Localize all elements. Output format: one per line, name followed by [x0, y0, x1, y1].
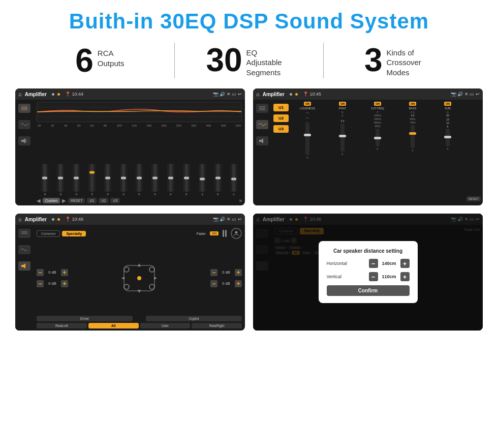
sidebar-eq2-icon[interactable] [256, 104, 268, 113]
minus-tr[interactable]: − [210, 269, 217, 276]
dialog-row-horizontal: Horizontal − 140cm + [327, 259, 410, 268]
sidebar-cross-icon[interactable] [256, 120, 268, 129]
sidebar-eq3-icon[interactable] [18, 229, 30, 238]
eq-slider-0[interactable]: 0 [38, 164, 52, 196]
btn-driver[interactable]: Driver [37, 316, 133, 321]
screen-dialog: ⌂ Amplifier 📍 10:46 📷 🔊 ✕ ▭ ↩ Common Spe… [253, 214, 483, 331]
btn-rearright[interactable]: RearRight [192, 323, 242, 328]
slider-loudness[interactable] [305, 122, 309, 155]
plus-br[interactable]: + [235, 280, 242, 287]
u3-button[interactable]: U3 [273, 125, 289, 133]
ch-label-bass: BASS [409, 107, 417, 110]
btn-user[interactable]: User [140, 323, 191, 328]
u2-button[interactable]: U2 [273, 114, 289, 122]
screen-eq: ⌂ Amplifier 📍 10:44 📷 🔊 ✕ ▭ ↩ [15, 88, 245, 205]
stat-eq: 30 EQ AdjustableSegments [180, 44, 319, 78]
svg-marker-12 [261, 138, 263, 143]
sidebar-wave2-icon[interactable] [18, 245, 30, 254]
topbar-title-fader: Amplifier [25, 217, 47, 222]
sidebar-vol-icon[interactable] [256, 136, 268, 145]
u1-button[interactable]: U1 [273, 104, 289, 111]
slider-phat[interactable] [340, 124, 345, 152]
eq-chevron[interactable]: » [239, 198, 242, 203]
minus-bl[interactable]: − [37, 280, 44, 287]
sidebar-eq-icon[interactable] [18, 104, 30, 113]
dialog-minus-horizontal[interactable]: − [369, 259, 378, 268]
screenshots-grid: ⌂ Amplifier 📍 10:44 📷 🔊 ✕ ▭ ↩ [0, 84, 498, 339]
fader-slider-h2[interactable] [225, 230, 227, 237]
svg-point-20 [149, 267, 154, 272]
fader-bottom-row1: Driver Copilot [37, 316, 242, 321]
ch-on-loudness: ON [304, 102, 311, 106]
dialog-plus-horizontal[interactable]: + [400, 259, 410, 268]
plus-tl[interactable]: + [61, 269, 68, 276]
vol-val-tr: 0 dB [219, 270, 233, 275]
screen-content-fader: Common Specialty Fader ON [15, 225, 245, 331]
confirm-button[interactable]: Confirm [327, 285, 410, 296]
eq-u1-btn[interactable]: U1 [87, 198, 97, 203]
profile-icon[interactable] [231, 228, 242, 239]
minus-tl[interactable]: − [37, 269, 44, 276]
dialog-plus-vertical[interactable]: + [400, 272, 410, 281]
home-icon-3[interactable]: ⌂ [18, 216, 22, 222]
svg-marker-4 [23, 138, 25, 143]
dialog-vertical-value: 110cm [380, 274, 398, 279]
stat-number-rca: 6 [75, 44, 94, 77]
slider-sub[interactable] [446, 129, 450, 146]
slider-cutfreq[interactable] [376, 129, 380, 146]
dialog-overlay: Car speaker distance setting Horizontal … [253, 214, 483, 331]
sidebar-crossover [253, 100, 271, 205]
eq-u2-btn[interactable]: U2 [99, 198, 108, 203]
eq-prev-btn[interactable]: ◀ [37, 198, 41, 203]
svg-point-21 [124, 284, 129, 289]
status-dot-4 [295, 93, 298, 96]
home-icon[interactable]: ⌂ [18, 91, 22, 97]
status-dot-1 [52, 93, 54, 96]
eq-freq-labels: 25 32 40 50 63 80 100 125 160 200 250 32… [37, 124, 242, 127]
minus-br[interactable]: − [210, 280, 217, 287]
eq-reset-btn[interactable]: RESET [68, 198, 85, 203]
sidebar-speaker-icon[interactable] [18, 136, 30, 145]
topbar-eq: ⌂ Amplifier 📍 10:44 📷 🔊 ✕ ▭ ↩ [15, 88, 245, 100]
vol-val-tl: 0 dB [45, 270, 59, 275]
car-layout [71, 242, 207, 314]
home-icon-2[interactable]: ⌂ [256, 91, 260, 97]
stats-row: 6 RCAOutputs 30 EQ AdjustableSegments 3 … [0, 39, 498, 84]
eq-custom-btn[interactable]: Custom [43, 198, 60, 203]
eq-next-btn[interactable]: ▶ [62, 198, 66, 203]
ch-on-sub: ON [444, 102, 451, 106]
ch-sub: ON SUB G 20 15 10 5 0 [431, 102, 464, 203]
ch-label-loudness: LOUDNESS [300, 107, 315, 110]
fader-main: Common Specialty Fader ON [34, 225, 245, 331]
fader-bottom-row2: RearLeft All User RearRight [37, 323, 242, 328]
btn-all[interactable]: All [88, 323, 139, 328]
plus-bl[interactable]: + [61, 280, 68, 287]
fader-sliders-h [223, 230, 227, 237]
fader-slider-h1[interactable] [223, 230, 224, 237]
sidebar-wave-icon[interactable] [18, 120, 30, 129]
plus-tr[interactable]: + [235, 269, 242, 276]
vol-control-tr: − 0 dB + [210, 269, 242, 276]
ch-label-cutfreq: CUT FREQ [371, 107, 384, 110]
slider-bass[interactable] [411, 125, 415, 148]
vol-control-tl: − 0 dB + [37, 269, 68, 276]
stat-crossover: 3 Kinds ofCrossover Modes [329, 44, 468, 78]
crossover-reset-btn[interactable]: RESET [466, 196, 481, 201]
svg-marker-16 [23, 263, 25, 268]
dialog-vertical-label: Vertical [327, 274, 367, 279]
tab-specialty[interactable]: Specialty [62, 231, 86, 236]
topbar-icons-crossover: 📷 🔊 ✕ ▭ ↩ [451, 92, 480, 97]
topbar-icons-fader: 📷 🔊 ✕ ▭ ↩ [213, 217, 242, 222]
btn-copilot[interactable]: Copilot [146, 316, 242, 321]
eq-sliders: 0 0 0 [37, 128, 242, 196]
eq-u3-btn[interactable]: U3 [110, 198, 120, 203]
vol-control-bl: − 0 dB + [37, 280, 68, 287]
tab-common[interactable]: Common [37, 230, 60, 237]
svg-rect-11 [259, 140, 261, 142]
btn-rearleft[interactable]: RearLeft [37, 323, 87, 328]
svg-rect-15 [21, 265, 23, 267]
sidebar-speaker2-icon[interactable] [18, 261, 30, 271]
ch-on-phat: ON [339, 102, 346, 106]
dialog-title: Car speaker distance setting [327, 248, 410, 254]
dialog-minus-vertical[interactable]: − [369, 272, 378, 281]
